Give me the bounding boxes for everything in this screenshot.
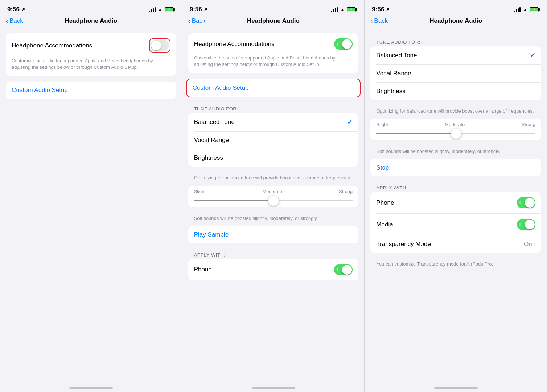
time-label-2: 9:56	[190, 6, 202, 13]
moderate-label-2: Moderate	[262, 189, 282, 194]
back-chevron-icon: ‹	[6, 17, 8, 25]
slider-card-2: Slight Moderate Strong	[188, 186, 359, 207]
transparency-label-3: Transparency Mode	[376, 241, 431, 248]
status-time-1: 9:56 ↗	[7, 6, 25, 13]
toggle-highlight-1	[149, 38, 170, 53]
tune-option-vocal-3[interactable]: Vocal Range	[370, 65, 541, 82]
bar3	[518, 8, 519, 12]
accommodations-card-1: Headphone Accommodations Customize the a…	[6, 33, 176, 76]
accommodations-toggle-1[interactable]	[151, 40, 169, 51]
transparency-on-value-3: On	[524, 241, 532, 248]
moderate-label-3: Moderate	[445, 122, 465, 127]
phone-panel-1: 9:56 ↗ ▲ ⚡ ‹ Back Headpho	[0, 0, 182, 392]
chevron-right-icon-3: ›	[534, 241, 535, 247]
back-button-2[interactable]: ‹ Back	[188, 17, 206, 25]
battery-tip-2	[356, 8, 357, 11]
nav-title-3: Headphone Audio	[429, 17, 482, 25]
checkmark-balanced-2: ✓	[347, 118, 353, 126]
location-icon: ↗	[21, 7, 25, 12]
bar2	[516, 9, 517, 12]
time-label-3: 9:56	[372, 6, 384, 13]
custom-audio-card-2: Custom Audio Setup	[187, 79, 360, 97]
slider-footer-2: Soft sounds will be boosted slightly, mo…	[182, 213, 365, 226]
play-sample-link-2[interactable]: Play Sample	[188, 226, 359, 243]
tune-option-vocal-2[interactable]: Vocal Range	[188, 132, 359, 149]
accommodations-toggle-2[interactable]: I	[334, 38, 353, 50]
bar4	[155, 7, 156, 12]
battery-body-2: ⚡	[347, 7, 356, 12]
phone-toggle-3[interactable]: I	[517, 197, 535, 208]
battery-body-3: ⚡	[530, 7, 539, 12]
play-sample-card-2: Play Sample	[188, 226, 359, 243]
toggle-row-1: Headphone Accommodations	[6, 33, 176, 58]
transparency-value-3: On ›	[524, 241, 535, 248]
toggle-knob-1	[151, 41, 161, 50]
phone-toggle-row-3: Phone I	[370, 192, 541, 213]
phone-toggle-2[interactable]: I	[334, 264, 353, 275]
content-3: TUNE AUDIO FOR: Balanced Tone ✓ Vocal Ra…	[365, 28, 547, 380]
slight-label-3: Slight	[376, 122, 388, 127]
brightness-label-3: Brightness	[376, 88, 405, 95]
tune-option-brightness-2[interactable]: Brightness	[188, 149, 359, 167]
battery-tip-3	[539, 8, 540, 11]
slight-label-2: Slight	[194, 189, 206, 194]
back-button-1[interactable]: ‹ Back	[6, 17, 23, 25]
apply-with-card-2: Phone I	[188, 259, 359, 280]
nav-title-1: Headphone Audio	[65, 17, 117, 25]
content-1: Headphone Accommodations Customize the a…	[0, 28, 182, 380]
tune-audio-header-2: TUNE AUDIO FOR:	[182, 103, 365, 113]
home-bar-1	[0, 380, 182, 392]
slider-fill-2	[194, 200, 274, 201]
back-label-2: Back	[192, 17, 206, 25]
slider-track-3	[376, 133, 535, 134]
toggle-i-phone-2: I	[337, 267, 338, 272]
location-icon-2: ↗	[203, 7, 207, 12]
content-2: Headphone Accommodations I Customize the…	[182, 28, 365, 380]
slider-labels-2: Slight Moderate Strong	[188, 186, 359, 196]
strong-label-2: Strong	[339, 189, 353, 194]
transparency-row-3[interactable]: Transparency Mode On ›	[370, 235, 541, 253]
slider-fill-3	[376, 133, 456, 134]
media-toggle-3[interactable]: I	[517, 219, 535, 230]
back-button-3[interactable]: ‹ Back	[370, 17, 388, 25]
brightness-label-2: Brightness	[194, 154, 223, 162]
custom-audio-link-1[interactable]: Custom Audio Setup	[6, 82, 176, 99]
status-icons-1: ▲ ⚡	[149, 7, 175, 12]
custom-audio-label-2: Custom Audio Setup	[193, 84, 249, 92]
apply-footer-3: You can customize Transparency mode for …	[365, 259, 547, 272]
stop-button-3[interactable]: Stop	[370, 159, 541, 176]
accommodations-label-1: Headphone Accommodations	[12, 42, 92, 49]
balanced-tone-label-3: Balanced Tone	[376, 52, 417, 59]
balanced-tone-label-2: Balanced Tone	[194, 118, 235, 126]
spacer-3	[365, 34, 547, 37]
signal-icon-2	[331, 7, 338, 12]
slider-thumb-2	[268, 196, 279, 206]
slider-track-2	[194, 200, 353, 201]
custom-audio-card-1: Custom Audio Setup	[6, 82, 176, 99]
description-1: Customize the audio for supported Apple …	[6, 58, 176, 76]
toggle-knob-2	[342, 39, 352, 49]
home-indicator-2	[252, 387, 295, 389]
accommodations-label-2: Headphone Accommodations	[194, 41, 275, 48]
media-label-3: Media	[376, 221, 393, 228]
tune-option-balanced-3[interactable]: Balanced Tone ✓	[370, 46, 541, 64]
home-bar-3	[365, 380, 547, 392]
slider-container-3[interactable]	[370, 129, 541, 140]
media-toggle-row-3: Media I	[370, 214, 541, 235]
nav-bar-1: ‹ Back Headphone Audio	[0, 16, 182, 28]
slider-footer-3: Soft sounds will be boosted slightly, mo…	[365, 146, 547, 159]
tune-footer-2: Optimizing for balanced tone will provid…	[182, 172, 365, 185]
phone-toggle-row-2: Phone I	[188, 259, 359, 280]
tune-option-balanced-2[interactable]: Balanced Tone ✓	[188, 113, 359, 131]
custom-audio-label-1: Custom Audio Setup	[12, 87, 68, 94]
location-icon-3: ↗	[386, 7, 390, 12]
home-bar-2	[182, 380, 365, 392]
accommodations-card-2: Headphone Accommodations I Customize the…	[188, 33, 359, 73]
home-indicator-3	[434, 387, 478, 389]
slider-container-2[interactable]	[188, 196, 359, 207]
custom-audio-link-2[interactable]: Custom Audio Setup	[187, 79, 360, 97]
tune-option-brightness-3[interactable]: Brightness	[370, 83, 541, 100]
slider-thumb-3	[451, 129, 461, 139]
nav-bar-3: ‹ Back Headphone Audio	[365, 16, 547, 28]
battery-body: ⚡	[165, 7, 174, 12]
